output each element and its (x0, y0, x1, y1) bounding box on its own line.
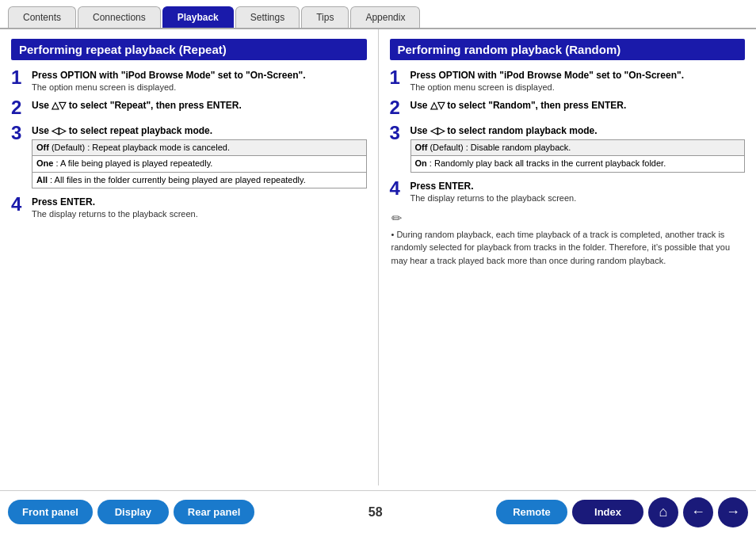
right-opt-on: On : Randomly play back all tracks in th… (410, 156, 745, 172)
left-step-2-title: Use △▽ to select "Repeat", then press EN… (32, 100, 367, 111)
left-step-1-sub: The option menu screen is displayed. (32, 82, 367, 92)
tab-appendix[interactable]: Appendix (350, 6, 420, 28)
left-step-3-number: 3 (11, 124, 27, 143)
left-step-2: 2 Use △▽ to select "Repeat", then press … (11, 100, 367, 117)
right-opt-off: Off (Default) : Disable random playback. (410, 140, 745, 156)
tab-playback[interactable]: Playback (162, 6, 234, 28)
right-step-2: 2 Use △▽ to select "Random", then press … (390, 100, 746, 117)
tab-connections[interactable]: Connections (78, 6, 161, 28)
right-step-1-sub: The option menu screen is displayed. (410, 82, 746, 92)
left-step-2-number: 2 (11, 98, 27, 117)
right-options-table: Off (Default) : Disable random playback.… (410, 139, 746, 173)
tab-contents[interactable]: Contents (8, 6, 76, 28)
remote-button[interactable]: Remote (496, 500, 567, 524)
left-step-4-number: 4 (11, 195, 27, 214)
right-step-4-number: 4 (390, 179, 406, 198)
left-step-2-content: Use △▽ to select "Repeat", then press EN… (32, 100, 367, 112)
right-column: Performing random playback (Random) 1 Pr… (379, 29, 757, 485)
tabs-bar: Contents Connections Playback Settings T… (0, 0, 756, 28)
index-button[interactable]: Index (572, 500, 643, 524)
tab-tips[interactable]: Tips (301, 6, 349, 28)
page-number: 58 (259, 505, 491, 520)
right-step-4-title: Press ENTER. (410, 181, 746, 192)
left-step-1: 1 Press OPTION with "iPod Browse Mode" s… (11, 70, 367, 92)
main-content: Performing repeat playback (Repeat) 1 Pr… (0, 28, 756, 485)
left-step-4-title: Press ENTER. (32, 196, 367, 207)
right-step-4-content: Press ENTER. The display returns to the … (410, 181, 746, 203)
note-text: During random playback, each time playba… (391, 228, 746, 268)
right-step-1-content: Press OPTION with "iPod Browse Mode" set… (410, 70, 746, 92)
left-step-3-content: Use ◁▷ to select repeat playback mode. O… (32, 125, 367, 188)
right-step-1: 1 Press OPTION with "iPod Browse Mode" s… (390, 70, 746, 92)
right-step-4: 4 Press ENTER. The display returns to th… (390, 181, 746, 203)
home-button[interactable]: ⌂ (648, 497, 678, 527)
right-step-2-number: 2 (390, 98, 406, 117)
right-step-4-sub: The display returns to the playback scre… (410, 193, 746, 203)
right-section-heading: Performing random playback (Random) (390, 39, 746, 60)
right-step-1-title: Press OPTION with "iPod Browse Mode" set… (410, 70, 746, 81)
left-opt-all: All : All files in the folder currently … (32, 172, 367, 188)
pencil-icon: ✏ (391, 211, 746, 226)
right-step-2-content: Use △▽ to select "Random", then press EN… (410, 100, 746, 112)
right-step-3-title: Use ◁▷ to select random playback mode. (410, 125, 746, 136)
left-step-3-title: Use ◁▷ to select repeat playback mode. (32, 125, 367, 136)
right-step-3-content: Use ◁▷ to select random playback mode. O… (410, 125, 746, 173)
left-options-table: Off (Default) : Repeat playback mode is … (32, 139, 367, 188)
left-column: Performing repeat playback (Repeat) 1 Pr… (0, 29, 379, 485)
right-step-2-title: Use △▽ to select "Random", then press EN… (410, 100, 746, 111)
forward-button[interactable]: → (718, 497, 748, 527)
note-block: ✏ During random playback, each time play… (390, 211, 746, 268)
tab-settings[interactable]: Settings (235, 6, 300, 28)
display-button[interactable]: Display (97, 500, 169, 524)
left-step-4-content: Press ENTER. The display returns to the … (32, 196, 367, 219)
left-step-1-content: Press OPTION with "iPod Browse Mode" set… (32, 70, 367, 92)
right-step-3: 3 Use ◁▷ to select random playback mode.… (390, 125, 746, 173)
right-step-3-number: 3 (390, 124, 406, 143)
left-step-4: 4 Press ENTER. The display returns to th… (11, 196, 367, 219)
left-opt-one: One : A file being played is played repe… (32, 156, 367, 172)
left-step-3: 3 Use ◁▷ to select repeat playback mode.… (11, 125, 367, 188)
right-step-1-number: 1 (390, 68, 406, 87)
left-section-heading: Performing repeat playback (Repeat) (11, 39, 367, 60)
left-opt-off: Off (Default) : Repeat playback mode is … (32, 140, 367, 156)
back-button[interactable]: ← (683, 497, 713, 527)
rear-panel-button[interactable]: Rear panel (174, 500, 254, 524)
left-step-1-number: 1 (11, 68, 27, 87)
left-step-1-title: Press OPTION with "iPod Browse Mode" set… (32, 70, 367, 81)
front-panel-button[interactable]: Front panel (8, 500, 93, 524)
left-step-4-sub: The display returns to the playback scre… (32, 209, 367, 219)
footer-bar: Front panel Display Rear panel 58 Remote… (0, 490, 756, 533)
